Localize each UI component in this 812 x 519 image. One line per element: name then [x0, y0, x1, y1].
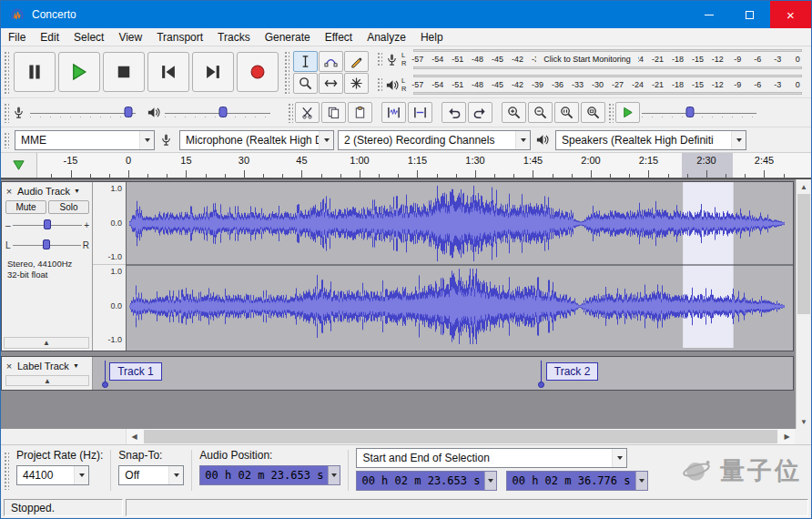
- selection-tool[interactable]: [293, 51, 318, 72]
- toolbar-grip[interactable]: [376, 76, 382, 93]
- recording-device-select[interactable]: Microphone (Realtek High Defini: [179, 130, 334, 150]
- zoom-in-button[interactable]: [502, 102, 526, 123]
- playback-device-select[interactable]: Speakers (Realtek High Definiti: [555, 130, 746, 150]
- paste-button[interactable]: [348, 102, 372, 123]
- recording-meter[interactable]: L R -57-54-51-48-45-42-39-36-33-30-27-24…: [374, 47, 806, 71]
- vertical-scale-ruler[interactable]: 1.00.0-1.0 1.00.0-1.0: [93, 182, 127, 351]
- close-track-button[interactable]: ×: [4, 186, 15, 197]
- close-track-button[interactable]: ×: [4, 361, 15, 371]
- monitoring-message[interactable]: Click to Start Monitoring: [536, 55, 638, 64]
- chevron-down-icon[interactable]: [328, 466, 340, 484]
- label-handle[interactable]: [538, 382, 544, 388]
- pan-slider[interactable]: [13, 238, 81, 252]
- collapse-track-button[interactable]: ▲: [5, 375, 89, 386]
- label-track-content[interactable]: Track 1Track 2: [93, 357, 793, 390]
- toolbar-grip[interactable]: [283, 50, 289, 94]
- menu-analyze[interactable]: Analyze: [360, 28, 413, 46]
- skip-to-start-button[interactable]: [147, 52, 189, 92]
- playback-meter[interactable]: L R -57-54-51-48-45-42-39-36-33-30-27-24…: [374, 73, 806, 97]
- selection-start-display[interactable]: 00 h 02 m 23.653 s: [356, 471, 497, 491]
- scroll-up-icon[interactable]: ▲: [797, 179, 811, 194]
- ruler-area[interactable]: -1501530451:001:151:301:452:002:152:302:…: [37, 153, 811, 178]
- record-button[interactable]: [237, 52, 279, 92]
- solo-button[interactable]: Solo: [48, 200, 89, 214]
- collapse-track-button[interactable]: ▲: [4, 337, 89, 349]
- playback-volume-thumb[interactable]: [219, 107, 228, 117]
- vertical-scroll-thumb[interactable]: [797, 194, 810, 314]
- envelope-tool[interactable]: [319, 51, 343, 72]
- play-speed-thumb[interactable]: [685, 107, 694, 117]
- menu-select[interactable]: Select: [66, 28, 111, 46]
- toolbar-grip[interactable]: [607, 102, 614, 123]
- label-handle[interactable]: [102, 382, 108, 388]
- zoom-out-button[interactable]: [528, 102, 553, 123]
- play-button[interactable]: [58, 52, 100, 92]
- toolbar-grip[interactable]: [3, 131, 9, 148]
- gain-slider[interactable]: [13, 218, 83, 232]
- pan-thumb[interactable]: [43, 239, 50, 249]
- menu-transport[interactable]: Transport: [149, 28, 210, 46]
- audio-position-display[interactable]: 00 h 02 m 23.653 s: [199, 465, 340, 485]
- label-text[interactable]: Track 1: [109, 362, 162, 381]
- menu-generate[interactable]: Generate: [258, 28, 318, 46]
- mute-button[interactable]: Mute: [5, 200, 46, 214]
- project-rate-select[interactable]: 44100: [16, 465, 89, 485]
- gain-thumb[interactable]: [44, 219, 51, 229]
- waveform-area[interactable]: [127, 182, 793, 351]
- silence-selection-button[interactable]: [408, 102, 432, 123]
- toolbar-grip[interactable]: [376, 51, 382, 67]
- scroll-down-icon[interactable]: ▼: [797, 414, 811, 429]
- pause-button[interactable]: [14, 52, 56, 92]
- track-menu-dropdown-icon[interactable]: ▼: [73, 362, 79, 369]
- skip-to-end-button[interactable]: [192, 52, 234, 92]
- draw-tool[interactable]: [344, 51, 369, 72]
- track-menu-dropdown-icon[interactable]: ▼: [74, 188, 80, 194]
- scroll-right-icon[interactable]: ▶: [779, 429, 795, 444]
- menu-effect[interactable]: Effect: [318, 28, 360, 46]
- pinned-play-head-button[interactable]: [1, 153, 37, 178]
- play-speed-slider[interactable]: [640, 104, 758, 122]
- selection-mode-select[interactable]: Start and End of Selection: [356, 448, 627, 468]
- toolbar-grip[interactable]: [3, 50, 9, 94]
- playback-volume-slider[interactable]: [163, 104, 272, 122]
- toolbar-grip[interactable]: [287, 102, 293, 123]
- horizontal-scrollbar[interactable]: ◀ ▶: [126, 429, 795, 444]
- zoom-to-selection-button[interactable]: [554, 102, 579, 123]
- close-button[interactable]: ×: [770, 1, 811, 28]
- minimize-button[interactable]: [688, 1, 729, 28]
- menu-tracks[interactable]: Tracks: [210, 28, 258, 46]
- audio-track-name[interactable]: Audio Track: [17, 186, 70, 197]
- snap-to-select[interactable]: Off: [118, 465, 184, 485]
- recording-volume-thumb[interactable]: [125, 107, 133, 117]
- toolbar-grip[interactable]: [3, 451, 9, 490]
- scroll-left-icon[interactable]: ◀: [127, 429, 142, 444]
- trim-outside-selection-button[interactable]: [381, 102, 406, 123]
- stop-button[interactable]: [103, 52, 145, 92]
- label-text[interactable]: Track 2: [546, 362, 599, 381]
- zoom-to-fit-button[interactable]: [581, 102, 605, 123]
- recording-volume-slider[interactable]: [28, 104, 137, 122]
- timeshift-tool[interactable]: [319, 73, 343, 94]
- menu-view[interactable]: View: [111, 28, 149, 46]
- menu-help[interactable]: Help: [413, 28, 451, 46]
- vertical-scrollbar[interactable]: ▲ ▼: [796, 179, 811, 429]
- maximize-button[interactable]: [729, 1, 770, 28]
- toolbar-grip[interactable]: [3, 102, 9, 123]
- menu-file[interactable]: File: [1, 28, 33, 46]
- chevron-down-icon[interactable]: [635, 472, 647, 490]
- menu-edit[interactable]: Edit: [33, 28, 66, 46]
- selection-end-display[interactable]: 00 h 02 m 36.776 s: [506, 471, 647, 491]
- cut-button[interactable]: [295, 102, 320, 123]
- stereo-waveform[interactable]: [127, 182, 793, 348]
- multi-tool[interactable]: [344, 73, 369, 94]
- label-track-name[interactable]: Label Track: [17, 361, 69, 371]
- copy-button[interactable]: [321, 102, 346, 123]
- zoom-tool[interactable]: [293, 73, 318, 94]
- redo-button[interactable]: [468, 102, 492, 123]
- play-at-speed-button[interactable]: [615, 102, 640, 123]
- horizontal-scroll-thumb[interactable]: [144, 430, 777, 443]
- audio-host-select[interactable]: MME: [15, 130, 155, 150]
- recording-channels-select[interactable]: 2 (Stereo) Recording Channels: [338, 130, 531, 150]
- chevron-down-icon[interactable]: [484, 472, 496, 490]
- undo-button[interactable]: [442, 102, 466, 123]
